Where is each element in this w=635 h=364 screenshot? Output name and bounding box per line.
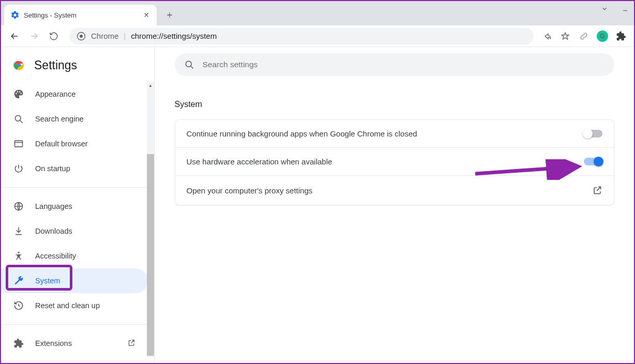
window-controls <box>599 3 631 14</box>
sidebar-item-label: Reset and clean up <box>35 301 100 310</box>
palette-icon <box>13 89 24 99</box>
page-title: Settings <box>34 58 77 72</box>
search-icon <box>13 114 24 124</box>
new-tab-button[interactable] <box>162 7 177 23</box>
extensions-puzzle-icon[interactable] <box>615 31 627 42</box>
sidebar-nav: Appearance Search engine Default browser… <box>1 82 154 356</box>
reload-button[interactable] <box>46 28 62 44</box>
app-header: Settings <box>1 51 154 82</box>
bookmark-star-icon[interactable] <box>560 31 571 42</box>
url-path: chrome://settings/system <box>131 32 217 40</box>
search-settings-field[interactable] <box>175 53 614 76</box>
scrollbar-thumb[interactable] <box>147 154 154 356</box>
site-info-icon[interactable] <box>77 32 86 41</box>
svg-point-1 <box>80 35 83 38</box>
sidebar-item-label: Appearance <box>35 90 75 98</box>
url-prefix: Chrome <box>91 32 118 40</box>
wrench-icon <box>13 276 24 286</box>
row-label: Open your computer's proxy settings <box>187 186 592 195</box>
toggle-background-apps[interactable] <box>584 130 602 138</box>
row-label: Use hardware acceleration when available <box>187 157 584 166</box>
svg-point-6 <box>18 252 19 253</box>
open-external-icon <box>127 339 135 348</box>
settings-sidebar: Settings ▲ Appearance Search engine Defa… <box>1 47 155 363</box>
window-minimize-icon[interactable] <box>619 3 631 14</box>
link-icon[interactable] <box>578 31 589 42</box>
sidebar-item-extensions[interactable]: Extensions <box>1 331 148 356</box>
svg-rect-4 <box>15 141 23 147</box>
sidebar-item-label: On startup <box>35 164 70 173</box>
sidebar-item-downloads[interactable]: Downloads <box>1 219 148 244</box>
svg-point-3 <box>15 115 21 121</box>
sidebar-item-appearance[interactable]: Appearance <box>1 82 148 107</box>
forward-button[interactable] <box>26 28 42 44</box>
share-icon[interactable] <box>541 31 552 42</box>
close-icon[interactable] <box>142 11 150 19</box>
sidebar-item-system[interactable]: System <box>1 268 148 293</box>
search-input[interactable] <box>203 60 605 69</box>
sidebar-item-on-startup[interactable]: On startup <box>1 156 148 181</box>
settings-main: System Continue running background apps … <box>155 47 634 363</box>
svg-point-7 <box>186 61 191 67</box>
search-icon <box>184 59 194 70</box>
pipe-divider: | <box>124 32 126 40</box>
extension-grammarly-icon[interactable]: G <box>597 31 608 42</box>
browser-tab-active[interactable]: Settings - System <box>4 5 157 25</box>
sidebar-item-label: Languages <box>35 202 72 210</box>
sidebar-item-label: Default browser <box>35 140 88 148</box>
sidebar-item-accessibility[interactable]: Accessibility <box>1 244 148 268</box>
row-hardware-acceleration: Use hardware acceleration when available <box>175 148 614 176</box>
open-external-icon <box>592 185 602 195</box>
scroll-arrow-up-icon[interactable]: ▲ <box>147 82 154 89</box>
row-label: Continue running background apps when Go… <box>187 129 584 138</box>
sidebar-divider <box>1 187 148 188</box>
gear-icon <box>10 10 20 20</box>
chrome-logo-icon <box>12 59 26 72</box>
tab-title: Settings - System <box>24 11 138 19</box>
accessibility-icon <box>13 251 24 261</box>
back-button[interactable] <box>6 28 23 44</box>
sidebar-item-label: System <box>35 277 60 285</box>
sidebar-item-label: Downloads <box>35 227 72 235</box>
section-title-system: System <box>175 100 614 109</box>
sidebar-item-default-browser[interactable]: Default browser <box>1 131 148 156</box>
toggle-hardware-acceleration[interactable] <box>584 158 602 165</box>
sidebar-scroll-area: ▲ Appearance Search engine Default brows… <box>1 82 154 357</box>
restore-icon <box>13 300 24 311</box>
chevron-down-icon[interactable] <box>599 3 610 14</box>
browser-window-icon <box>13 139 24 149</box>
sidebar-item-languages[interactable]: Languages <box>1 194 148 219</box>
power-icon <box>13 163 24 174</box>
sidebar-item-label: Accessibility <box>35 252 76 260</box>
sidebar-item-reset[interactable]: Reset and clean up <box>1 293 148 318</box>
browser-toolbar: Chrome | chrome://settings/system G <box>1 25 634 47</box>
download-icon <box>13 226 24 236</box>
globe-icon <box>13 201 24 211</box>
sidebar-item-label: Extensions <box>35 339 72 347</box>
puzzle-icon <box>13 338 24 348</box>
row-background-apps: Continue running background apps when Go… <box>175 120 614 148</box>
system-settings-card: Continue running background apps when Go… <box>175 119 614 205</box>
row-proxy-settings[interactable]: Open your computer's proxy settings <box>175 176 614 205</box>
sidebar-divider <box>1 324 148 325</box>
browser-tab-strip: Settings - System <box>1 1 634 25</box>
address-bar[interactable]: Chrome | chrome://settings/system <box>69 28 534 44</box>
sidebar-item-search-engine[interactable]: Search engine <box>1 107 148 131</box>
sidebar-item-label: Search engine <box>35 115 84 123</box>
